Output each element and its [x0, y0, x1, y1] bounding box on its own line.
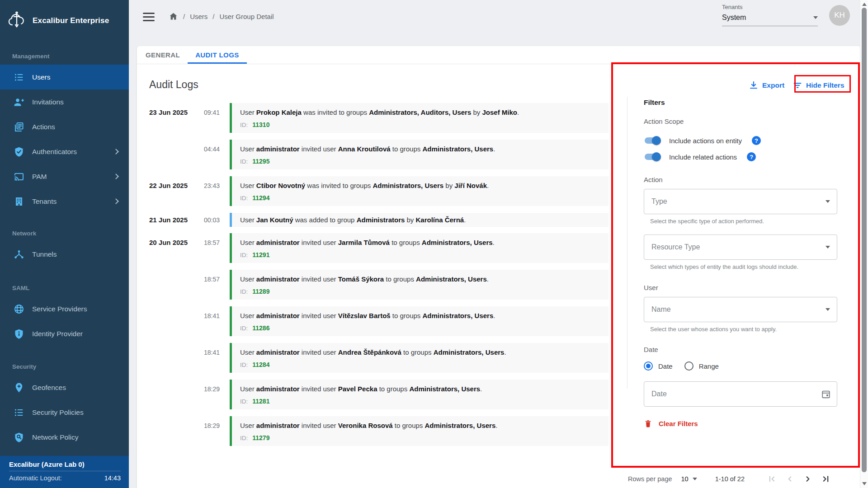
sidebar-item-security-policies[interactable]: Security Policies: [0, 400, 129, 425]
log-entry-card[interactable]: User administrator invited user Pavel Pe…: [230, 380, 609, 409]
log-message: User Jan Koutný was added to group Admin…: [240, 216, 600, 224]
sidebar-item-invitations[interactable]: Invitations: [0, 89, 129, 114]
log-entry-card[interactable]: User Ctibor Novotný was invited to group…: [230, 176, 609, 206]
resource-type-select[interactable]: Resource Type: [644, 235, 837, 260]
log-entry-card[interactable]: User Prokop Kaleja was invited to groups…: [230, 103, 609, 133]
action-scope-label: Action Scope: [644, 117, 837, 125]
toggle-label: Include related actions: [669, 153, 737, 161]
date-input[interactable]: Date: [644, 381, 837, 407]
sidebar-item-tenants[interactable]: Tenants: [0, 189, 129, 214]
trash-icon: [644, 419, 652, 428]
log-entry-card[interactable]: User administrator invited user Tomáš Sý…: [230, 270, 609, 300]
log-id-value: 11279: [252, 434, 269, 441]
logout-label: Automatic Logout:: [9, 474, 62, 482]
breadcrumb: / Users / User Group Detail: [169, 12, 274, 21]
shield-check-icon: [14, 146, 24, 157]
log-entry-card[interactable]: User administrator invited user Veronika…: [230, 416, 609, 446]
section-title-saml: SAML: [12, 285, 129, 291]
person-add-icon: [14, 97, 24, 108]
chevron-right-icon: [113, 198, 119, 204]
pagination: Rows per page 10 1-10 of 22: [628, 471, 832, 487]
date-mode-radios: Date Range: [644, 361, 837, 371]
scroll-up-icon[interactable]: [862, 3, 867, 6]
rows-per-page-label: Rows per page: [628, 475, 672, 483]
range-radio[interactable]: [684, 361, 693, 371]
scroll-down-icon[interactable]: [862, 482, 867, 485]
action-type-select[interactable]: Type: [644, 189, 837, 214]
toggle-row-related-actions: Include related actions: [644, 152, 837, 161]
date-label: Date: [644, 346, 837, 353]
log-time: 23:43: [191, 176, 220, 206]
user-name-select[interactable]: Name: [644, 297, 837, 322]
page-range: 1-10 of 22: [715, 475, 745, 483]
date-radio[interactable]: [644, 361, 653, 371]
chevron-right-icon: [113, 149, 119, 155]
help-icon[interactable]: [747, 152, 756, 161]
home-icon[interactable]: [169, 12, 178, 21]
avatar[interactable]: KH: [829, 5, 850, 26]
audit-log-row: 21 Jun 202500:03User Jan Koutný was adde…: [149, 213, 609, 227]
rows-per-page-select[interactable]: 10: [681, 475, 697, 483]
tab-audit-logs[interactable]: AUDIT LOGS: [188, 46, 247, 64]
sidebar-item-tunnels[interactable]: Tunnels: [0, 242, 129, 267]
globe-icon: [14, 304, 24, 314]
sidebar-item-geofences[interactable]: Geofences: [0, 375, 129, 400]
log-time: 18:57: [191, 233, 220, 263]
breadcrumb-separator: /: [212, 13, 214, 20]
log-id-line: ID:11310: [240, 121, 600, 128]
list-icon: [14, 72, 24, 83]
log-time: 18:29: [191, 380, 220, 409]
download-icon: [749, 80, 759, 90]
range-radio-label: Range: [699, 362, 719, 370]
rows-per-page-value: 10: [681, 475, 689, 483]
tab-general[interactable]: GENERAL: [138, 46, 188, 64]
resource-type-placeholder: Resource Type: [651, 243, 700, 251]
help-icon[interactable]: [752, 136, 761, 145]
first-page-icon[interactable]: [765, 473, 778, 485]
footer-divider: [9, 471, 121, 471]
sidebar-item-actions[interactable]: Actions: [0, 114, 129, 139]
sidebar-item-service-providers[interactable]: Service Providers: [0, 296, 129, 321]
sidebar-nav: ManagementUsersInvitationsActionsAuthent…: [0, 53, 129, 450]
breadcrumb-user-group-detail[interactable]: User Group Detail: [220, 13, 274, 20]
section-title-management: Management: [12, 53, 129, 60]
last-page-icon[interactable]: [820, 473, 832, 485]
sidebar-item-network-policy[interactable]: Network Policy: [0, 425, 129, 450]
resource-type-helper: Select which types of entity the audit l…: [650, 263, 837, 270]
sidebar-item-label: Identity Provider: [32, 330, 83, 338]
audit-log-row: 04:44User administrator invited user Ann…: [149, 140, 609, 169]
menu-icon[interactable]: [143, 13, 155, 21]
clear-filters-label: Clear Filters: [659, 420, 698, 427]
calendar-icon[interactable]: [821, 389, 831, 399]
include-actions-on-entity-toggle[interactable]: [644, 136, 661, 145]
scrollbar-thumb[interactable]: [862, 8, 867, 472]
log-date: [149, 140, 191, 169]
log-entry-card[interactable]: User administrator invited user Vítězsla…: [230, 306, 609, 336]
clear-filters-button[interactable]: Clear Filters: [644, 419, 837, 428]
tenants-select[interactable]: Tenants System: [722, 4, 818, 26]
log-id-line: ID:11284: [240, 361, 600, 368]
sidebar-item-authenticators[interactable]: Authenticators: [0, 139, 129, 164]
breadcrumb-users[interactable]: Users: [190, 13, 208, 20]
sidebar-item-label: Users: [32, 73, 50, 81]
log-entry-card[interactable]: User administrator invited user Andrea Š…: [230, 343, 609, 373]
export-button[interactable]: Export: [762, 81, 784, 89]
sidebar-item-users[interactable]: Users: [0, 65, 129, 89]
log-entry-card[interactable]: User administrator invited user Jarmila …: [230, 233, 609, 263]
previous-page-icon[interactable]: [783, 473, 796, 485]
chevron-down-icon: [826, 246, 830, 249]
audit-log-row: 20 Jun 202518:57User administrator invit…: [149, 233, 609, 263]
next-page-icon[interactable]: [802, 473, 814, 485]
sidebar-item-label: Tenants: [32, 197, 57, 206]
sidebar-item-identity-provider[interactable]: Identity Provider: [0, 321, 129, 346]
include-related-actions-toggle[interactable]: [644, 152, 661, 161]
log-id-value: 11310: [252, 121, 269, 128]
log-entry-card[interactable]: User Jan Koutný was added to group Admin…: [230, 213, 609, 227]
sidebar-item-pam[interactable]: PAM: [0, 164, 129, 189]
sidebar-footer: Excalibur (Azure Lab 0) Automatic Logout…: [0, 456, 129, 488]
log-id-value: 11295: [252, 158, 269, 165]
audit-log-row: 18:41User administrator invited user Vít…: [149, 306, 609, 336]
sidebar-item-label: Invitations: [32, 98, 64, 106]
log-entry-card[interactable]: User administrator invited user Anna Kro…: [230, 140, 609, 169]
hide-filters-button[interactable]: Hide Filters: [806, 81, 844, 89]
